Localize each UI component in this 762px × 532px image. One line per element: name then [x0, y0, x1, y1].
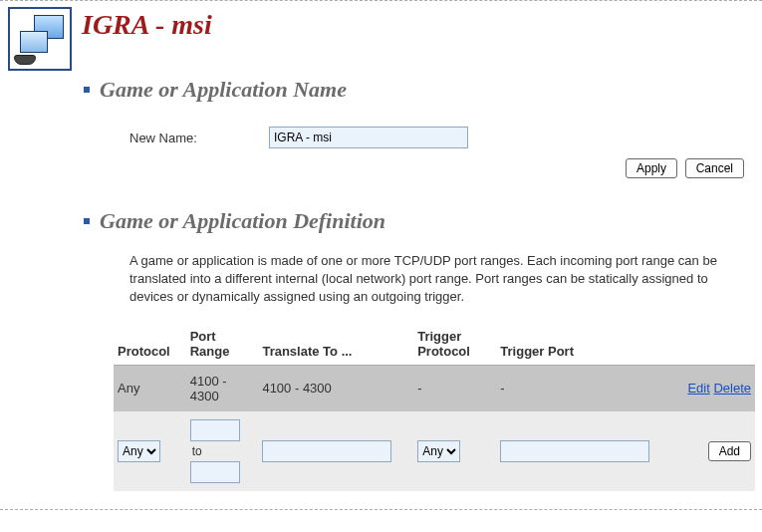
- bullet-icon: [84, 87, 90, 93]
- translate-to-input[interactable]: [262, 440, 391, 462]
- col-trigger-protocol: Trigger Protocol: [413, 323, 496, 366]
- bullet-icon: [84, 218, 90, 224]
- cell-trigger-protocol: -: [413, 365, 496, 411]
- definition-description: A game or application is made of one or …: [129, 252, 720, 307]
- page-title: IGRA - msi: [82, 9, 212, 41]
- cell-port-range: 4100 - 4300: [186, 365, 259, 411]
- section-definition-heading: Game or Application Definition: [100, 208, 385, 234]
- protocol-select[interactable]: Any: [118, 440, 160, 462]
- section-name-heading: Game or Application Name: [100, 77, 347, 103]
- port-range-to-input[interactable]: [190, 461, 240, 483]
- cell-protocol: Any: [114, 365, 186, 411]
- app-icon: [8, 7, 72, 71]
- range-separator: to: [190, 444, 204, 458]
- col-translate: Translate To ...: [258, 323, 413, 366]
- add-button[interactable]: Add: [708, 441, 751, 461]
- edit-link[interactable]: Edit: [687, 381, 709, 396]
- trigger-protocol-select[interactable]: Any: [417, 440, 460, 462]
- cell-trigger-port: -: [496, 365, 672, 411]
- cell-translate: 4100 - 4300: [258, 365, 413, 411]
- trigger-port-input[interactable]: [500, 440, 649, 462]
- port-range-from-input[interactable]: [190, 419, 240, 441]
- col-protocol: Protocol: [114, 323, 186, 366]
- table-row: Any 4100 - 4300 4100 - 4300 - - Edit Del…: [114, 365, 755, 411]
- new-name-input[interactable]: [269, 127, 468, 148]
- new-name-label: New Name:: [129, 131, 269, 145]
- col-port-range: Port Range: [186, 323, 259, 366]
- definition-table: Protocol Port Range Translate To ... Tri…: [114, 323, 755, 491]
- col-trigger-port: Trigger Port: [496, 323, 672, 366]
- cancel-button[interactable]: Cancel: [685, 158, 744, 178]
- input-row: Any to Any: [114, 411, 755, 491]
- delete-link[interactable]: Delete: [713, 381, 751, 396]
- apply-button[interactable]: Apply: [626, 158, 677, 178]
